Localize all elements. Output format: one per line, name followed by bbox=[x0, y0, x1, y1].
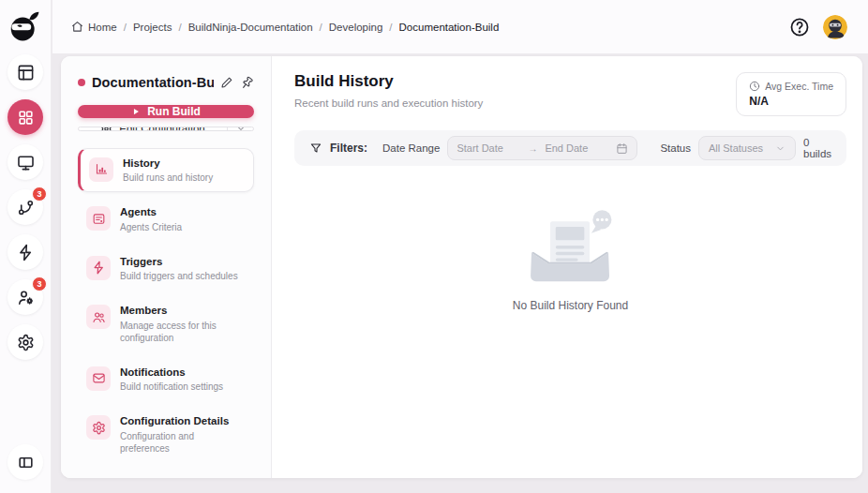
run-build-button[interactable]: Run Build bbox=[78, 105, 254, 118]
avg-exec-card: Avg Exec. Time N/A bbox=[736, 72, 846, 116]
gear-icon bbox=[100, 127, 112, 131]
rail-projects-button[interactable] bbox=[7, 99, 43, 135]
empty-tray-illustration bbox=[513, 205, 629, 288]
nav-desc: Build runs and history bbox=[123, 172, 213, 184]
calendar-icon bbox=[616, 142, 628, 155]
nav-desc: Agents Criteria bbox=[120, 221, 182, 233]
rail-builds-button[interactable]: 3 bbox=[7, 189, 43, 225]
topbar: Home Projects BuildNinja-Documentation D… bbox=[52, 0, 868, 53]
help-button[interactable] bbox=[789, 17, 810, 37]
nav-item-configuration-details[interactable]: Configuration Details Configuration and … bbox=[78, 406, 254, 463]
zap-icon bbox=[86, 256, 111, 280]
nav-item-history[interactable]: History Build runs and history bbox=[78, 148, 254, 193]
rail-agents-button[interactable] bbox=[7, 144, 43, 180]
clock-icon bbox=[749, 81, 760, 92]
mail-icon bbox=[86, 366, 111, 391]
status-select-value: All Statuses bbox=[709, 142, 763, 154]
builds-count: 0 builds bbox=[803, 137, 831, 159]
nav-item-triggers[interactable]: Triggers Build triggers and schedules bbox=[78, 246, 254, 291]
page-subtitle: Recent build runs and execution history bbox=[294, 97, 483, 109]
avg-exec-value: N/A bbox=[749, 95, 833, 108]
builds-badge: 3 bbox=[32, 187, 47, 202]
rail-settings-button[interactable] bbox=[7, 324, 43, 360]
nav-desc: Build notification settings bbox=[120, 381, 223, 393]
edit-title-button[interactable] bbox=[220, 76, 233, 89]
chevron-down-icon bbox=[775, 143, 786, 154]
pencil-icon bbox=[220, 76, 233, 89]
edit-configuration-caret[interactable] bbox=[227, 127, 253, 130]
edit-configuration-label: Edit Configuration bbox=[119, 127, 204, 131]
run-build-label: Run Build bbox=[147, 105, 201, 118]
empty-message: No Build History Found bbox=[513, 299, 628, 312]
chevron-down-icon bbox=[235, 127, 247, 131]
pin-button[interactable] bbox=[237, 72, 257, 92]
breadcrumb-current[interactable]: Documentation-Build bbox=[382, 22, 499, 33]
page-title: Build History bbox=[294, 72, 483, 91]
nav-item-notifications[interactable]: Notifications Build notification setting… bbox=[78, 357, 254, 402]
end-date-input[interactable] bbox=[545, 142, 612, 154]
settings-gear-icon bbox=[17, 334, 35, 351]
main-content: Build History Recent build runs and exec… bbox=[272, 56, 862, 478]
range-arrow: → bbox=[528, 143, 537, 154]
bar-chart-icon bbox=[89, 157, 113, 182]
config-panel: Documentation-Bu... Run Build Edit Confi… bbox=[61, 56, 272, 478]
collapse-panel-icon bbox=[17, 454, 35, 471]
nav-label: Configuration Details bbox=[120, 414, 246, 429]
edit-configuration-button[interactable]: Edit Configuration bbox=[79, 127, 227, 130]
avg-exec-label: Avg Exec. Time bbox=[765, 81, 833, 92]
empty-state: No Build History Found bbox=[294, 166, 846, 462]
nav-item-members[interactable]: Members Manage access for this configura… bbox=[78, 295, 254, 352]
app-logo[interactable] bbox=[7, 7, 44, 45]
nav-item-agents[interactable]: Agents Agents Criteria bbox=[78, 197, 254, 242]
zap-icon bbox=[17, 244, 35, 261]
rail-dashboard-button[interactable] bbox=[7, 54, 43, 90]
config-nav: History Build runs and history Agents Ag… bbox=[78, 148, 254, 463]
content-card: Documentation-Bu... Run Build Edit Confi… bbox=[61, 56, 862, 478]
status-dot bbox=[78, 79, 85, 86]
nav-label: Agents bbox=[120, 205, 182, 220]
nav-label: Notifications bbox=[120, 366, 223, 381]
filters-label: Filters: bbox=[330, 142, 367, 155]
funnel-icon bbox=[309, 142, 322, 155]
help-icon bbox=[789, 17, 810, 37]
git-branch-icon bbox=[17, 199, 35, 217]
date-range-input[interactable]: → bbox=[447, 136, 637, 160]
apps-grid-icon bbox=[17, 109, 35, 127]
breadcrumb-home[interactable]: Home bbox=[88, 22, 117, 33]
breadcrumb-project[interactable]: BuildNinja-Documentation bbox=[172, 22, 312, 33]
config-title: Documentation-Bu... bbox=[92, 75, 214, 90]
rail-users-button[interactable]: 3 bbox=[7, 279, 43, 315]
breadcrumb-subproject[interactable]: Developing bbox=[313, 22, 383, 33]
ninja-logo-icon bbox=[7, 8, 44, 44]
start-date-input[interactable] bbox=[456, 142, 524, 154]
date-range-label: Date Range bbox=[382, 142, 440, 154]
rail-collapse-button[interactable] bbox=[7, 444, 43, 480]
nav-label: Triggers bbox=[120, 255, 238, 270]
rail-queue-button[interactable] bbox=[7, 234, 43, 270]
nav-desc: Manage access for this configuration bbox=[120, 320, 246, 344]
nav-label: Members bbox=[120, 304, 246, 319]
breadcrumb: Home Projects BuildNinja-Documentation D… bbox=[71, 21, 499, 33]
avatar-ninja-icon bbox=[823, 15, 847, 39]
gear-icon bbox=[86, 415, 111, 440]
status-select[interactable]: All Statuses bbox=[698, 136, 796, 160]
nav-label: History bbox=[123, 157, 213, 172]
edit-configuration-split: Edit Configuration bbox=[78, 127, 254, 131]
breadcrumb-projects[interactable]: Projects bbox=[117, 22, 172, 33]
monitor-icon bbox=[17, 154, 35, 172]
nav-desc: Build triggers and schedules bbox=[120, 270, 238, 282]
left-icon-rail: 3 3 bbox=[0, 0, 52, 493]
user-avatar[interactable] bbox=[823, 15, 847, 39]
play-icon bbox=[131, 107, 141, 116]
filters-bar: Filters: Date Range → Status All Statuse… bbox=[294, 130, 846, 166]
pin-icon bbox=[237, 72, 257, 92]
home-icon bbox=[71, 21, 83, 33]
users-badge: 3 bbox=[32, 276, 47, 291]
users-icon bbox=[86, 305, 111, 329]
agent-screen-icon bbox=[86, 206, 111, 231]
status-label: Status bbox=[660, 142, 691, 154]
panels-icon bbox=[17, 64, 35, 82]
nav-desc: Configuration and preferences bbox=[120, 430, 246, 455]
user-settings-icon bbox=[17, 289, 35, 306]
